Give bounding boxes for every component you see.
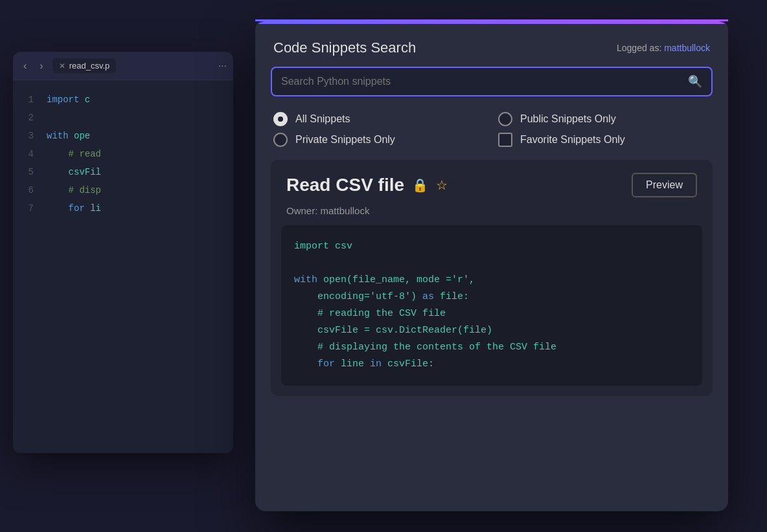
checkbox-favorite-snippets[interactable] <box>498 133 512 147</box>
code-line-1: import c <box>47 91 225 109</box>
preview-line-3: with open(file_name, mode ='r', <box>294 272 689 289</box>
tab-filename: read_csv.p <box>69 61 110 71</box>
snippet-header: Read CSV file 🔒 ☆ Preview <box>271 160 713 203</box>
radio-private-snippets[interactable] <box>273 133 288 147</box>
line-num-3: 3 <box>29 127 34 145</box>
line-num-2: 2 <box>29 109 34 127</box>
filter-all-snippets-label: All Snippets <box>295 113 350 125</box>
tab-close-icon[interactable]: ✕ <box>59 61 65 71</box>
filter-public-snippets[interactable]: Public Snippets Only <box>498 112 710 126</box>
search-bar: 🔍 <box>271 67 713 96</box>
line-num-5: 5 <box>29 163 34 181</box>
preview-line-1: import csv <box>294 238 689 255</box>
filter-private-snippets-label: Private Snippets Only <box>295 134 395 146</box>
preview-line-4: encoding='utf-8') as file: <box>294 289 689 305</box>
snippet-title-row: Read CSV file 🔒 ☆ <box>286 175 448 195</box>
search-icon: 🔍 <box>688 74 702 89</box>
preview-line-2 <box>294 255 689 272</box>
panel-header: Code Snippets Search Logged as: mattbull… <box>255 24 728 67</box>
open-tab: ✕ read_csv.p <box>52 58 117 73</box>
radio-public-snippets[interactable] <box>498 112 512 126</box>
code-line-5: csvFil <box>47 163 225 181</box>
filter-private-snippets[interactable]: Private Snippets Only <box>273 133 485 147</box>
line-num-1: 1 <box>29 91 34 109</box>
preview-line-8: for line in csvFile: <box>294 356 689 373</box>
snippet-owner: Owner: mattbullock <box>271 203 713 225</box>
snippet-owner-name: mattbullock <box>321 205 370 216</box>
lock-icon: 🔒 <box>412 177 428 193</box>
username-link[interactable]: mattbullock <box>664 43 710 53</box>
filter-favorite-snippets-label: Favorite Snippets Only <box>520 134 625 146</box>
line-num-6: 6 <box>29 181 34 199</box>
logged-as-label: Logged as: mattbullock <box>617 43 710 53</box>
filter-all-snippets[interactable]: All Snippets <box>273 112 485 126</box>
code-line-3: with ope <box>47 127 225 145</box>
tab-forward-button[interactable]: › <box>36 58 47 74</box>
line-num-7: 7 <box>29 199 34 217</box>
radio-all-snippets[interactable] <box>273 112 288 126</box>
code-line-2 <box>47 109 225 127</box>
preview-line-5: # reading the CSV file <box>294 305 689 322</box>
code-preview: import csv with open(file_name, mode ='r… <box>281 225 702 386</box>
search-panel: Code Snippets Search Logged as: mattbull… <box>255 19 728 511</box>
editor-body: 1 2 3 4 5 6 7 import c with ope # read c… <box>13 80 233 453</box>
line-numbers: 1 2 3 4 5 6 7 <box>13 80 39 453</box>
preview-line-7: # displaying the contents of the CSV fil… <box>294 339 689 356</box>
filter-favorite-snippets[interactable]: Favorite Snippets Only <box>498 133 710 147</box>
line-num-4: 4 <box>29 145 34 163</box>
code-line-4: # read <box>47 145 225 163</box>
preview-button[interactable]: Preview <box>632 173 697 197</box>
snippet-card: Read CSV file 🔒 ☆ Preview Owner: mattbul… <box>271 160 713 396</box>
tab-back-button[interactable]: ‹ <box>19 58 30 74</box>
tab-bar: ‹ › ✕ read_csv.p ··· <box>13 52 233 80</box>
filter-public-snippets-label: Public Snippets Only <box>520 113 616 125</box>
search-input[interactable] <box>281 76 688 87</box>
tab-more-icon[interactable]: ··· <box>218 60 227 72</box>
panel-title: Code Snippets Search <box>273 39 416 56</box>
filter-options: All Snippets Public Snippets Only Privat… <box>255 107 728 160</box>
search-bar-container: 🔍 <box>255 67 728 107</box>
code-line-6: # disp <box>47 181 225 199</box>
code-line-7: for li <box>47 199 225 217</box>
preview-line-6: csvFile = csv.DictReader(file) <box>294 322 689 339</box>
code-editor-panel: ‹ › ✕ read_csv.p ··· 1 2 3 4 5 6 7 impor… <box>13 52 233 453</box>
star-icon[interactable]: ☆ <box>436 177 448 193</box>
code-area: import c with ope # read csvFil # disp f… <box>39 80 233 453</box>
snippet-title: Read CSV file <box>286 175 404 195</box>
